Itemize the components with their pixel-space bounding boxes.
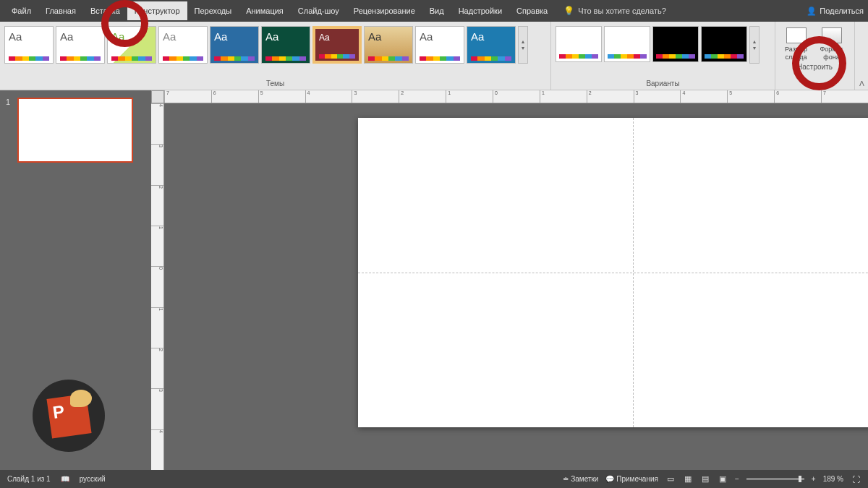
menu-review[interactable]: Рецензирование bbox=[346, 1, 422, 20]
slide-canvas[interactable] bbox=[358, 118, 868, 427]
variant-thumb[interactable] bbox=[701, 26, 747, 62]
ribbon: Aa Aa Aa Aa Aa Aa Aa Aa Aa Aa ▴▾ Темы ▴▾… bbox=[0, 22, 868, 90]
lightbulb-icon: 💡 bbox=[563, 6, 574, 16]
customize-label: Настроить bbox=[780, 61, 850, 73]
variant-thumb[interactable] bbox=[652, 26, 699, 62]
share-button[interactable]: 👤Поделиться bbox=[807, 7, 864, 16]
menu-animation[interactable]: Анимация bbox=[239, 1, 291, 20]
slide-thumbnail[interactable] bbox=[17, 98, 133, 163]
menu-help[interactable]: Справка bbox=[509, 1, 555, 20]
theme-thumb[interactable]: Aa bbox=[467, 26, 516, 64]
collapse-ribbon-button[interactable]: ᐱ bbox=[855, 22, 868, 90]
variants-more-button[interactable]: ▴▾ bbox=[749, 26, 760, 64]
fit-to-window-button[interactable]: ⛶ bbox=[851, 474, 861, 484]
slide-editor[interactable]: 765432101234567 432101234 bbox=[141, 90, 868, 470]
reading-view-button[interactable]: ▤ bbox=[700, 474, 710, 484]
theme-thumb[interactable]: Aa bbox=[312, 26, 362, 64]
menubar: Файл Главная Вставка Конструктор Переход… bbox=[0, 0, 868, 22]
theme-thumb[interactable]: Aa bbox=[107, 26, 156, 64]
vertical-ruler[interactable]: 432101234 bbox=[151, 103, 164, 470]
theme-thumb[interactable]: Aa bbox=[4, 26, 54, 64]
thumb-number: 1 bbox=[6, 98, 13, 163]
ruler-corner bbox=[151, 90, 164, 103]
share-icon: 👤 bbox=[807, 7, 817, 16]
vertical-guide[interactable] bbox=[633, 118, 634, 427]
menu-design[interactable]: Конструктор bbox=[127, 1, 187, 20]
theme-thumb[interactable]: Aa bbox=[210, 26, 259, 64]
variant-thumb[interactable] bbox=[604, 26, 650, 62]
slideshow-view-button[interactable]: ▣ bbox=[718, 474, 728, 484]
variants-label: Варианты bbox=[556, 78, 770, 90]
zoom-out-button[interactable]: − bbox=[735, 475, 739, 483]
customize-group: Размер слайда Формат фона Настроить bbox=[775, 22, 855, 90]
menu-file[interactable]: Файл bbox=[4, 1, 38, 20]
zoom-slider[interactable] bbox=[746, 478, 804, 480]
zoom-level[interactable]: 189 % bbox=[823, 475, 843, 483]
variants-group: ▴▾ Варианты bbox=[551, 22, 775, 90]
menu-transitions[interactable]: Переходы bbox=[187, 1, 239, 20]
menu-insert[interactable]: Вставка bbox=[83, 1, 127, 20]
themes-label: Темы bbox=[4, 78, 546, 90]
themes-more-button[interactable]: ▴▾ bbox=[518, 26, 528, 64]
normal-view-button[interactable]: ▭ bbox=[665, 474, 676, 484]
menu-view[interactable]: Вид bbox=[422, 1, 451, 20]
powerpoint-badge-icon bbox=[33, 380, 105, 452]
statusbar: Слайд 1 из 1 📖 русский ≐ Заметки 💬 Приме… bbox=[0, 470, 868, 488]
theme-thumb[interactable]: Aa bbox=[364, 26, 413, 64]
workspace: 1 765432101234567 432101234 bbox=[0, 90, 868, 470]
menu-slideshow[interactable]: Слайд-шоу bbox=[291, 1, 346, 20]
language-indicator[interactable]: русский bbox=[80, 475, 106, 483]
comments-button[interactable]: 💬 Примечания bbox=[605, 475, 658, 483]
variant-thumb[interactable] bbox=[556, 26, 602, 62]
themes-group: Aa Aa Aa Aa Aa Aa Aa Aa Aa Aa ▴▾ Темы bbox=[0, 22, 551, 90]
theme-thumb[interactable]: Aa bbox=[261, 26, 310, 64]
theme-thumb[interactable]: Aa bbox=[158, 26, 208, 64]
horizontal-ruler[interactable]: 765432101234567 bbox=[164, 90, 868, 103]
notes-button[interactable]: ≐ Заметки bbox=[563, 475, 598, 483]
zoom-in-button[interactable]: + bbox=[812, 475, 816, 483]
spellcheck-icon[interactable]: 📖 bbox=[61, 475, 69, 483]
tell-me-search[interactable]: 💡Что вы хотите сделать? bbox=[563, 6, 666, 16]
theme-thumb[interactable]: Aa bbox=[56, 26, 105, 64]
slide-size-button[interactable]: Размер слайда bbox=[780, 26, 812, 61]
format-background-button[interactable]: Формат фона bbox=[815, 26, 848, 61]
menu-home[interactable]: Главная bbox=[38, 1, 83, 20]
menu-addins[interactable]: Надстройки bbox=[451, 1, 509, 20]
sorter-view-button[interactable]: ▦ bbox=[683, 474, 693, 484]
slide-counter: Слайд 1 из 1 bbox=[7, 475, 51, 483]
theme-thumb[interactable]: Aa bbox=[415, 26, 464, 64]
horizontal-guide[interactable] bbox=[358, 273, 868, 273]
